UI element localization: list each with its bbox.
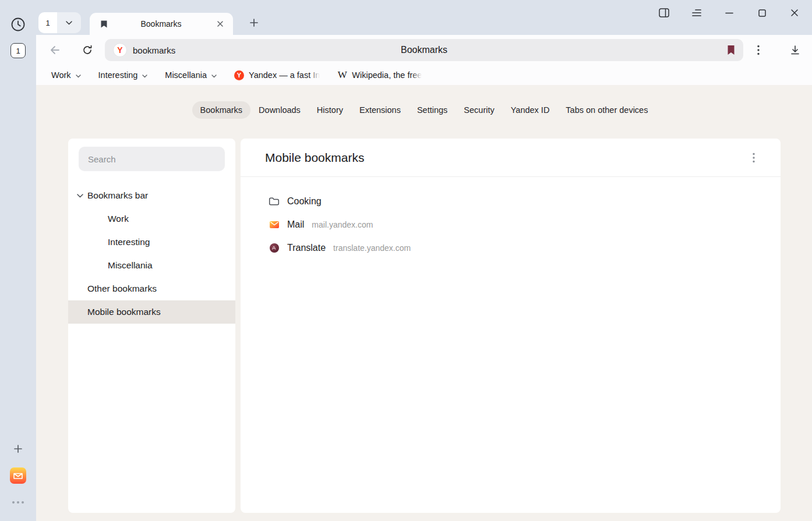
bookmarks-bar-folder-interesting[interactable]: Interesting bbox=[97, 68, 149, 83]
address-bar[interactable]: Y bookmarks Bookmarks bbox=[105, 39, 743, 61]
bookmarks-bar-folder-work[interactable]: Work bbox=[50, 68, 82, 83]
browser-window: 1 1 Book bbox=[0, 0, 812, 521]
tab-yandex-id[interactable]: Yandex ID bbox=[503, 101, 558, 119]
tab-security[interactable]: Security bbox=[456, 101, 502, 119]
wikipedia-favicon: W bbox=[337, 69, 347, 81]
bookmarks-bar-link-wikipedia[interactable]: W Wikipedia, the free bbox=[336, 68, 423, 83]
rail-more-icon[interactable] bbox=[9, 493, 27, 512]
tree-item-miscellania[interactable]: Miscellania bbox=[68, 254, 235, 277]
tab-settings[interactable]: Settings bbox=[409, 101, 456, 119]
tree-label: Work bbox=[108, 214, 129, 224]
minimize-button[interactable] bbox=[724, 8, 735, 18]
tab-downloads[interactable]: Downloads bbox=[250, 101, 309, 119]
tab-extensions[interactable]: Extensions bbox=[351, 101, 409, 119]
bookmark-row-translate[interactable]: Translate translate.yandex.com bbox=[269, 236, 767, 260]
yandex-mail-favicon bbox=[269, 219, 280, 230]
bookmarks-bar-link-yandex[interactable]: Y Yandex — a fast In bbox=[233, 68, 321, 83]
tab-title: Bookmarks bbox=[108, 19, 214, 29]
tab-group-counter[interactable]: 1 bbox=[38, 12, 57, 33]
address-text: bookmarks bbox=[133, 45, 175, 55]
tree-label: Interesting bbox=[108, 237, 150, 247]
bookmark-label: Wikipedia, the free bbox=[352, 70, 422, 80]
site-badge-icon[interactable]: Y bbox=[113, 43, 127, 57]
reload-button[interactable] bbox=[77, 40, 98, 61]
yandex-translate-favicon bbox=[269, 243, 280, 253]
tree-label: Other bookmarks bbox=[87, 283, 157, 294]
bookmark-row-mail[interactable]: Mail mail.yandex.com bbox=[269, 213, 767, 236]
tree-item-other-bookmarks[interactable]: Other bookmarks bbox=[68, 277, 235, 300]
folders-panel: Bookmarks bar Work Interesting Miscellan… bbox=[68, 139, 235, 513]
bookmark-row-cooking[interactable]: Cooking bbox=[269, 190, 767, 213]
tree-item-mobile-bookmarks[interactable]: Mobile bookmarks bbox=[68, 300, 235, 324]
detail-header: Mobile bookmarks bbox=[241, 139, 781, 177]
toolbar: Y bookmarks Bookmarks bbox=[36, 35, 812, 65]
bookmark-label: Yandex — a fast In bbox=[249, 70, 320, 80]
folder-label: Work bbox=[51, 70, 71, 80]
folder-tree: Bookmarks bar Work Interesting Miscellan… bbox=[68, 184, 235, 324]
tab-strip: 1 Bookmarks bbox=[36, 0, 812, 35]
yandex-mail-icon[interactable] bbox=[10, 467, 26, 484]
menu-icon[interactable] bbox=[691, 8, 702, 18]
tree-label: Mobile bookmarks bbox=[87, 307, 161, 317]
bookmark-icon bbox=[100, 20, 108, 29]
page-title: Bookmarks bbox=[401, 45, 447, 55]
new-tab-button[interactable] bbox=[246, 15, 262, 31]
side-panel-icon[interactable] bbox=[659, 8, 669, 18]
manager-tabs: Bookmarks Downloads History Extensions S… bbox=[36, 101, 812, 119]
panels: Bookmarks bar Work Interesting Miscellan… bbox=[68, 139, 781, 513]
bookmark-name: Mail bbox=[287, 219, 304, 230]
close-button[interactable] bbox=[789, 8, 800, 18]
folder-label: Interesting bbox=[98, 70, 138, 80]
back-button[interactable] bbox=[44, 40, 65, 61]
folder-label: Miscellania bbox=[165, 70, 207, 80]
toolbar-menu-icon[interactable] bbox=[748, 40, 769, 61]
bookmarks-bar-folder-miscellania[interactable]: Miscellania bbox=[164, 68, 218, 83]
maximize-button[interactable] bbox=[757, 8, 767, 18]
chevron-down-icon[interactable] bbox=[76, 194, 83, 198]
side-rail: 1 bbox=[0, 0, 36, 521]
tab-close-icon[interactable] bbox=[214, 18, 226, 30]
tree-item-work[interactable]: Work bbox=[68, 207, 235, 231]
tab-group-control[interactable]: 1 bbox=[38, 12, 81, 33]
detail-title: Mobile bookmarks bbox=[265, 151, 364, 165]
bookmark-url: mail.yandex.com bbox=[312, 220, 373, 229]
tab-bookmarks-page[interactable]: Bookmarks bbox=[192, 101, 251, 119]
bookmark-url: translate.yandex.com bbox=[333, 243, 411, 253]
search-input[interactable] bbox=[79, 147, 225, 171]
tab-other-devices[interactable]: Tabs on other devices bbox=[557, 101, 656, 119]
chevron-down-icon bbox=[142, 70, 147, 80]
tree-item-interesting[interactable]: Interesting bbox=[68, 231, 235, 254]
tab-bookmarks[interactable]: Bookmarks bbox=[90, 13, 233, 35]
bookmarks-bar: Work Interesting Miscellania Y Yandex — … bbox=[36, 65, 812, 85]
yandex-favicon: Y bbox=[234, 70, 244, 80]
rail-add-icon[interactable] bbox=[9, 440, 27, 458]
bookmark-list: Cooking Mail mail.yandex.com bbox=[241, 177, 781, 260]
downloads-icon[interactable] bbox=[785, 40, 806, 61]
tabs-count-badge[interactable]: 1 bbox=[10, 43, 26, 58]
detail-menu-icon[interactable] bbox=[750, 150, 757, 165]
bookmarks-detail-panel: Mobile bookmarks Cooking bbox=[241, 139, 781, 513]
tree-label: Miscellania bbox=[108, 260, 153, 271]
bookmark-flag-icon[interactable] bbox=[727, 45, 735, 55]
bookmark-name: Translate bbox=[287, 243, 326, 253]
bookmark-name: Cooking bbox=[287, 196, 322, 207]
window-controls bbox=[659, 8, 800, 18]
tab-history[interactable]: History bbox=[309, 101, 351, 119]
tree-label: Bookmarks bar bbox=[87, 190, 148, 201]
chevron-down-icon bbox=[211, 70, 217, 80]
folder-icon bbox=[269, 197, 280, 206]
search-box bbox=[79, 147, 225, 171]
content-area: Bookmarks Downloads History Extensions S… bbox=[36, 85, 812, 521]
tree-item-bookmarks-bar[interactable]: Bookmarks bar bbox=[68, 184, 235, 207]
tab-group-chevron-icon[interactable] bbox=[57, 12, 81, 33]
chevron-down-icon bbox=[76, 70, 81, 80]
history-clock-icon[interactable] bbox=[9, 15, 27, 34]
